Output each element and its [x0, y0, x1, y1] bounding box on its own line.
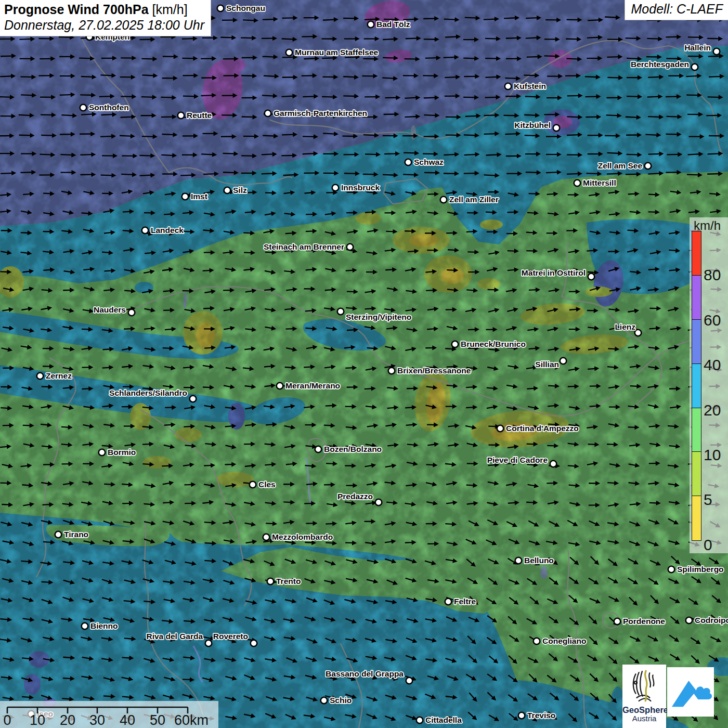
legend-seg-60: [692, 275, 701, 320]
city-label: Zell am Ziller: [449, 195, 499, 204]
city-label: Innsbruck: [341, 183, 380, 192]
geosphere-logo: GeoSphere Austria: [622, 665, 666, 728]
city-garmisch-partenkirchen: Garmisch-Partenkirchen: [265, 109, 367, 118]
legend-colorbar: [692, 232, 701, 541]
city-marker: [574, 180, 581, 187]
city-marker: [178, 112, 185, 119]
legend-seg-0: [692, 496, 701, 540]
model-label: Modell: C-LAEF: [625, 0, 728, 20]
city-marker: [182, 193, 189, 200]
city-label: Schongau: [226, 4, 265, 12]
city-label: Brixen/Bressanone: [397, 366, 471, 375]
city-marker: [588, 274, 595, 280]
legend-seg-5: [692, 451, 701, 496]
legend-label-40: 40: [704, 357, 727, 373]
city-label: Treviso: [527, 711, 555, 720]
city-marker: [692, 64, 698, 71]
city-marker: [217, 5, 224, 12]
city-marker: [315, 446, 322, 453]
city-cortina-d-ampezzo: Cortina d'Ampezzo: [497, 424, 579, 433]
city-marker: [267, 578, 274, 585]
city-marker: [452, 341, 459, 348]
city-label: Tirano: [64, 530, 88, 539]
city-label: Bruneck/Brunico: [461, 340, 526, 348]
legend-label-60: 60: [704, 313, 727, 328]
legend-seg-20: [692, 363, 701, 408]
legend-seg-10: [692, 408, 701, 452]
city-marker: [668, 566, 675, 573]
scalebar-label-50: 50: [150, 712, 165, 728]
city-label: Nauders: [94, 305, 126, 314]
city-label: Schio: [330, 696, 352, 705]
city-label: Cles: [258, 480, 276, 489]
legend-seg-40: [692, 319, 701, 364]
city-marker: [37, 373, 44, 380]
city-marker: [128, 309, 135, 316]
city-label: Meran/Merano: [285, 381, 340, 390]
city-label: Kitzbühel: [514, 121, 551, 129]
city-mezzolombardo: Mezzolombardo: [263, 532, 333, 541]
city-label: Trento: [276, 577, 301, 586]
city-label: Sillian: [535, 360, 559, 369]
city-marker: [332, 185, 339, 191]
legend-label-80: 80: [704, 267, 727, 283]
city-marker: [99, 449, 106, 456]
city-marker: [190, 396, 197, 402]
city-feltre: Feltre: [445, 597, 476, 606]
city-label: Predazzo: [337, 492, 373, 501]
legend-label-20: 20: [704, 402, 727, 418]
city-label: Bienno: [90, 621, 118, 630]
city-label: Feltre: [454, 597, 476, 606]
city-label: Bassano del Grappa: [326, 669, 404, 678]
city-marker: [80, 105, 87, 111]
city-marker: [645, 163, 652, 170]
geosphere-wordmark: GeoSphere: [622, 706, 666, 714]
city-label: Sterzing/Vipiteno: [346, 313, 411, 321]
title-parameter: Prognose Wind 700hPa: [4, 2, 149, 17]
city-marker: [518, 712, 525, 719]
city-label: Spilimbergo: [677, 565, 724, 574]
city-label: Cittadella: [425, 716, 462, 724]
city-marker: [505, 83, 512, 90]
city-trento: Trento: [267, 577, 301, 586]
city-marker: [375, 499, 382, 506]
city-label: Reutte: [187, 111, 212, 120]
city-marker: [553, 125, 560, 132]
city-label: Kufstein: [514, 82, 546, 90]
city-marker: [497, 425, 504, 432]
legend-label-5: 5: [704, 492, 727, 508]
city-murnau-am-staffelsee: Murnau am Staffelsee: [286, 48, 379, 57]
city-zell-am-ziller: Zell am Ziller: [440, 195, 499, 204]
city-marker: [406, 678, 413, 684]
city-marker: [347, 244, 354, 251]
city-schio: Schio: [321, 696, 352, 705]
city-marker: [417, 717, 423, 724]
city-marker: [321, 697, 328, 704]
city-marker: [263, 534, 270, 541]
city-label: Lienz: [615, 322, 635, 331]
city-label: Riva del Garda: [146, 632, 203, 641]
city-label: Bozen/Bolzano: [324, 445, 382, 453]
scalebar-label-10: 10: [30, 712, 45, 728]
city-label: Landeck: [151, 226, 184, 235]
city-silz: Silz: [224, 186, 247, 194]
title-box: Prognose Wind 700hPa [km/h] Donnerstag, …: [0, 0, 211, 36]
city-marker: [445, 599, 452, 605]
city-brixen-bressanone: Brixen/Bressanone: [388, 366, 471, 375]
city-marker: [251, 640, 257, 647]
scale-bar-ruler: 0102030405060km: [0, 701, 218, 728]
scalebar-label-30: 30: [89, 712, 105, 728]
city-label: Pordenone: [623, 617, 665, 626]
scalebar-label-20: 20: [60, 712, 75, 728]
scale-bar: 0102030405060km: [0, 701, 218, 728]
city-marker: [686, 617, 693, 624]
city-label: Codroipo: [695, 616, 728, 625]
city-label: Matrei in Osttirol: [522, 268, 586, 277]
city-label: Schlanders/Silandro: [109, 388, 187, 397]
geosphere-contour-icon: [628, 669, 660, 703]
city-label: Schwaz: [414, 158, 444, 166]
partner-mountain-cloud-logo: [667, 667, 714, 717]
city-label: Zell am See: [598, 161, 643, 170]
weather-map-product: SchongauBad TölzKemptenMurnau am Staffel…: [0, 0, 728, 728]
scalebar-label-60km: 60km: [174, 712, 209, 728]
